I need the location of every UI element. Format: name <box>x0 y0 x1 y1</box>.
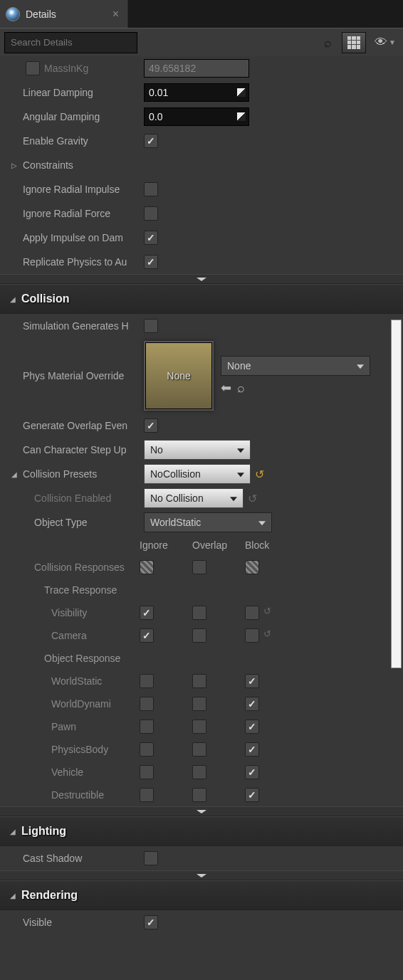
rendering-section-header[interactable]: ◢ Rendering <box>0 880 403 910</box>
ignore-radial-impulse-row: Ignore Radial Impulse <box>0 177 403 201</box>
search-input[interactable] <box>4 32 137 53</box>
property-label: Cast Shadow <box>23 853 140 864</box>
property-matrix-button[interactable] <box>342 32 366 53</box>
visibility-overlap-checkbox[interactable] <box>192 606 206 620</box>
apply-impulse-checkbox[interactable] <box>144 231 158 245</box>
pawn-block-checkbox[interactable] <box>245 720 259 734</box>
can-step-up-dropdown[interactable]: No <box>144 440 251 460</box>
chevron-right-icon: ▷ <box>10 162 19 169</box>
vehicle-ignore-checkbox[interactable] <box>140 765 154 779</box>
camera-ignore-checkbox[interactable] <box>140 628 154 643</box>
property-label: Collision Presets <box>23 468 140 480</box>
property-label: MassInKg <box>23 63 140 74</box>
property-label: Vehicle <box>34 766 140 778</box>
vehicle-block-checkbox[interactable] <box>245 765 259 779</box>
close-icon[interactable]: × <box>112 8 119 21</box>
visibility-ignore-checkbox[interactable] <box>140 606 154 620</box>
worldstatic-block-checkbox[interactable] <box>245 674 259 688</box>
replicate-physics-row: Replicate Physics to Au <box>0 250 403 274</box>
search-bar: ⌕ 👁 ▼ <box>0 28 403 56</box>
physicsbody-row: PhysicsBody <box>0 738 403 761</box>
response-overlap-all-checkbox[interactable] <box>192 560 206 574</box>
worldstatic-overlap-checkbox[interactable] <box>192 674 206 688</box>
apply-impulse-row: Apply Impulse on Dam <box>0 226 403 250</box>
object-type-row: Object Type WorldStatic <box>0 510 403 534</box>
cast-shadow-checkbox[interactable] <box>144 851 158 865</box>
mass-input[interactable]: 49.658182 <box>144 59 249 78</box>
worlddynamic-ignore-checkbox[interactable] <box>140 697 154 711</box>
visibility-filter-button[interactable]: 👁 ▼ <box>372 35 399 50</box>
generate-overlap-checkbox[interactable] <box>144 418 158 433</box>
vehicle-overlap-checkbox[interactable] <box>192 765 206 779</box>
replicate-physics-checkbox[interactable] <box>144 255 158 269</box>
mass-override-checkbox[interactable] <box>26 61 40 75</box>
angular-damping-input[interactable]: 0.0 <box>144 107 249 126</box>
material-thumbnail[interactable]: None <box>144 341 214 411</box>
worldstatic-ignore-checkbox[interactable] <box>140 674 154 688</box>
property-label: WorldStatic <box>34 675 140 687</box>
collision-section-header[interactable]: ◢ Collision <box>0 284 403 314</box>
section-expand-icon[interactable] <box>0 870 403 880</box>
destructible-block-checkbox[interactable] <box>245 788 259 802</box>
collision-presets-row: ◢ Collision Presets NoCollision ↺ <box>0 462 403 486</box>
browse-icon[interactable]: ⌕ <box>237 381 245 396</box>
visibility-block-checkbox[interactable] <box>245 606 259 620</box>
chevron-down-icon: ▼ <box>389 38 396 46</box>
use-selected-icon[interactable]: ⬅ <box>221 380 231 396</box>
cast-shadow-row: Cast Shadow <box>0 846 403 870</box>
reset-to-default-icon[interactable]: ↺ <box>263 606 271 620</box>
linear-damping-input[interactable]: 0.01 <box>144 83 249 102</box>
property-label: Object Response <box>34 653 140 664</box>
property-label: Camera <box>34 630 140 641</box>
sim-generates-hits-row: Simulation Generates H <box>0 314 403 338</box>
lighting-section-header[interactable]: ◢ Lighting <box>0 816 403 846</box>
object-type-dropdown[interactable]: WorldStatic <box>144 512 272 532</box>
property-label: Angular Damping <box>23 111 140 122</box>
property-label: Enable Gravity <box>23 135 140 147</box>
details-tab[interactable]: Details × <box>0 0 128 28</box>
ignore-radial-force-checkbox[interactable] <box>144 206 158 221</box>
info-icon <box>6 7 20 21</box>
section-title: Rendering <box>21 889 78 902</box>
sim-generates-hits-checkbox[interactable] <box>144 319 158 333</box>
angular-damping-row: Angular Damping 0.0 <box>0 105 403 129</box>
visible-checkbox[interactable] <box>144 915 158 929</box>
collision-enabled-dropdown[interactable]: No Collision <box>144 488 244 508</box>
constraints-row[interactable]: ▷ Constraints <box>0 153 403 177</box>
worlddynamic-block-checkbox[interactable] <box>245 697 259 711</box>
vertical-scrollbar[interactable] <box>391 320 402 668</box>
pawn-row: Pawn <box>0 715 403 738</box>
section-expand-icon[interactable] <box>0 274 403 284</box>
response-ignore-all-checkbox[interactable] <box>140 560 154 574</box>
pawn-overlap-checkbox[interactable] <box>192 720 206 734</box>
camera-block-checkbox[interactable] <box>245 628 259 643</box>
ignore-radial-impulse-checkbox[interactable] <box>144 182 158 196</box>
search-icon[interactable]: ⌕ <box>324 35 332 50</box>
property-label: Phys Material Override <box>23 370 140 381</box>
property-label: Object Type <box>34 517 140 528</box>
destructible-overlap-checkbox[interactable] <box>192 788 206 802</box>
camera-overlap-checkbox[interactable] <box>192 628 206 643</box>
collision-presets-dropdown[interactable]: NoCollision <box>144 464 251 484</box>
phys-material-dropdown[interactable]: None <box>221 356 370 376</box>
physicsbody-ignore-checkbox[interactable] <box>140 742 154 757</box>
section-title: Lighting <box>21 825 66 838</box>
physicsbody-block-checkbox[interactable] <box>245 742 259 757</box>
tab-bar: Details × <box>0 0 403 28</box>
reset-to-default-icon[interactable]: ↺ <box>255 468 264 481</box>
destructible-ignore-checkbox[interactable] <box>140 788 154 802</box>
worlddynamic-overlap-checkbox[interactable] <box>192 697 206 711</box>
destructible-row: Destructible <box>0 784 403 806</box>
trace-responses-header: Trace Response <box>0 579 403 601</box>
physicsbody-overlap-checkbox[interactable] <box>192 742 206 757</box>
reset-to-default-icon[interactable]: ↺ <box>248 492 257 505</box>
response-block-all-checkbox[interactable] <box>245 560 259 574</box>
enable-gravity-checkbox[interactable] <box>144 134 158 148</box>
property-label: Apply Impulse on Dam <box>23 232 140 243</box>
chevron-down-icon[interactable]: ◢ <box>10 470 19 478</box>
section-expand-icon[interactable] <box>0 806 403 816</box>
chevron-down-icon: ◢ <box>9 892 17 900</box>
pawn-ignore-checkbox[interactable] <box>140 720 154 734</box>
collision-responses-row: Collision Responses <box>0 556 403 579</box>
reset-to-default-icon[interactable]: ↺ <box>263 628 271 643</box>
